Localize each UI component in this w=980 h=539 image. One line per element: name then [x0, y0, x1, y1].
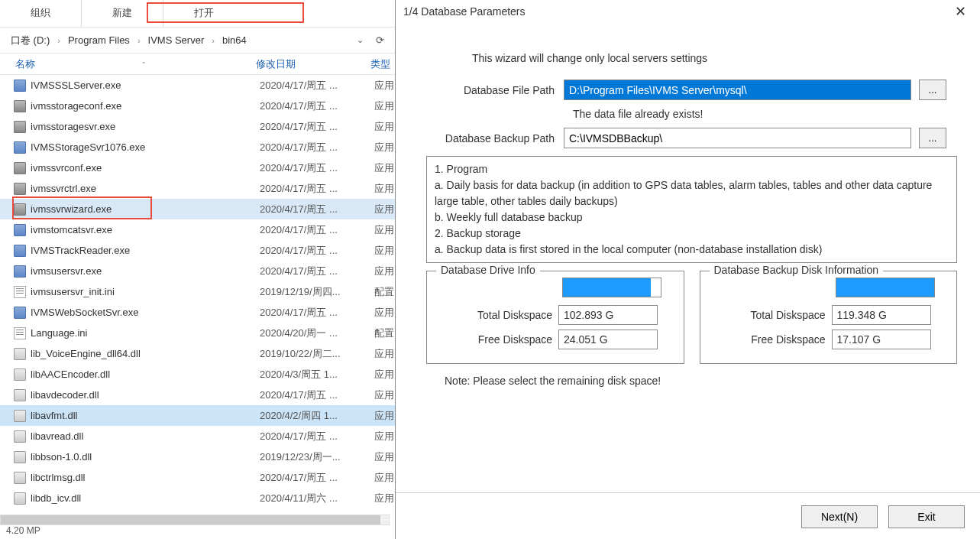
drive-total-value: 102.893 G: [558, 305, 658, 325]
browse-db-path-button[interactable]: ...: [919, 80, 946, 100]
refresh-icon[interactable]: ⟳: [371, 34, 389, 46]
sort-arrow-icon: ˄: [142, 61, 146, 69]
breadcrumb-dropdown-icon[interactable]: ⌄: [352, 35, 368, 45]
backup-path-label: Database Backup Path: [426, 132, 564, 144]
file-row[interactable]: ivmssvrconf.exe2020/4/17/周五 ...应用: [0, 157, 395, 178]
crumb-drive[interactable]: 口卷 (D:): [6, 32, 54, 49]
file-row[interactable]: ivmssvrwizard.exe2020/4/17/周五 ...应用: [0, 199, 395, 219]
file-name: ivmsusersvr.exe: [31, 265, 260, 277]
db-path-label: Database File Path: [426, 84, 564, 96]
file-row[interactable]: ivmsusersvr_init.ini2019/12/19/周四...配置: [0, 281, 395, 302]
total-diskspace-label: Total Diskspace: [436, 309, 558, 321]
file-row[interactable]: IVMSStorageSvr1076.exe2020/4/17/周五 ...应用: [0, 137, 395, 157]
exit-button[interactable]: Exit: [888, 505, 965, 528]
exe2-file-icon: [14, 203, 26, 216]
file-row[interactable]: libavread.dll2020/4/17/周五 ...应用: [0, 426, 395, 446]
dll-file-icon: [14, 348, 26, 360]
file-type: 应用: [374, 409, 394, 423]
backup-path-input[interactable]: [564, 128, 911, 148]
file-row[interactable]: libbson-1.0.dll2019/12/23/周一...应用: [0, 446, 395, 467]
crumb-ivms-server[interactable]: IVMS Server: [144, 33, 209, 47]
file-type: 应用: [374, 79, 394, 93]
file-row[interactable]: ivmssvrctrl.exe2020/4/17/周五 ...应用: [0, 178, 395, 199]
free-diskspace-label: Free Diskspace: [710, 333, 832, 346]
backup-free-value: 17.107 G: [832, 330, 931, 349]
file-date: 2020/4/17/周五 ...: [260, 182, 374, 196]
file-type: 应用: [374, 430, 394, 443]
tab-organize[interactable]: 组织: [0, 0, 82, 27]
drive-info-legend: Database Drive Info: [436, 264, 540, 276]
ini-file-icon: [14, 286, 26, 298]
exe2-file-icon: [14, 162, 26, 174]
file-date: 2020/4/17/周五 ...: [260, 223, 374, 237]
column-date[interactable]: 修改日期: [256, 57, 370, 71]
file-row[interactable]: ivmsstoragesvr.exe2020/4/17/周五 ...应用: [0, 116, 395, 137]
column-name[interactable]: 名称˄: [0, 57, 256, 71]
crumb-program-files[interactable]: Program Files: [63, 33, 134, 47]
free-diskspace-label: Free Diskspace: [436, 333, 558, 346]
scroll-thumb[interactable]: [1, 515, 380, 524]
file-row[interactable]: IVMSSSLServer.exe2020/4/17/周五 ...应用: [0, 75, 395, 96]
file-row[interactable]: libavdecoder.dll2020/4/17/周五 ...应用: [0, 385, 395, 405]
column-type[interactable]: 类型: [370, 57, 390, 71]
exe-file-icon: [14, 80, 26, 92]
file-row[interactable]: IVMSWebSocketSvr.exe2020/4/17/周五 ...应用: [0, 302, 395, 323]
file-name: ivmssvrconf.exe: [31, 162, 260, 174]
file-row[interactable]: ivmstomcatsvr.exe2020/4/17/周五 ...应用: [0, 219, 395, 240]
horizontal-scrollbar[interactable]: [0, 515, 390, 525]
file-row[interactable]: libctrlmsg.dll2020/4/17/周五 ...应用: [0, 467, 395, 488]
file-row[interactable]: ivmsusersvr.exe2020/4/17/周五 ...应用: [0, 261, 395, 281]
file-type: 应用: [374, 450, 394, 464]
file-type: 配置: [374, 285, 394, 299]
file-type: 应用: [374, 99, 394, 113]
backup-usage-bar: [836, 278, 935, 297]
status-bar: 4.20 MP: [6, 525, 40, 539]
dialog-title: 1/4 Database Parameters: [403, 5, 526, 18]
file-date: 2019/10/22/周二...: [260, 347, 374, 361]
total-diskspace-label: Total Diskspace: [710, 309, 832, 321]
breadcrumb[interactable]: 口卷 (D:) › Program Files › IVMS Server › …: [0, 28, 395, 54]
file-row[interactable]: ivmsstorageconf.exe2020/4/17/周五 ...应用: [0, 96, 395, 116]
file-row[interactable]: IVMSTrackReader.exe2020/4/17/周五 ...应用: [0, 240, 395, 261]
file-date: 2020/4/17/周五 ...: [260, 99, 374, 113]
next-button[interactable]: Next(N): [801, 505, 878, 528]
exe2-file-icon: [14, 121, 26, 133]
chevron-icon: ›: [137, 36, 141, 45]
browse-backup-path-button[interactable]: ...: [919, 128, 946, 148]
file-list[interactable]: IVMSSSLServer.exe2020/4/17/周五 ...应用ivmss…: [0, 75, 395, 534]
file-name: ivmsstoragesvr.exe: [31, 121, 260, 132]
file-row[interactable]: libdb_icv.dll2020/4/11/周六 ...应用: [0, 488, 395, 508]
file-row[interactable]: libavfmt.dll2020/4/2/周四 1...应用: [0, 405, 395, 426]
info-box: 1. Program a. Daily basis for data backu…: [426, 156, 957, 263]
file-name: ivmstomcatsvr.exe: [31, 224, 260, 235]
file-date: 2020/4/20/周一 ...: [260, 326, 374, 340]
wizard-dialog: 1/4 Database Parameters ✕ This wizard wi…: [395, 0, 980, 539]
file-name: libctrlmsg.dll: [31, 472, 260, 483]
file-type: 应用: [374, 492, 394, 505]
file-type: 应用: [374, 223, 394, 237]
file-name: libbson-1.0.dll: [31, 451, 260, 463]
file-date: 2020/4/17/周五 ...: [260, 430, 374, 443]
file-date: 2020/4/11/周六 ...: [260, 492, 374, 505]
file-name: ivmsstorageconf.exe: [31, 100, 260, 112]
file-date: 2020/4/17/周五 ...: [260, 141, 374, 154]
close-icon[interactable]: ✕: [949, 3, 972, 20]
db-path-input[interactable]: [564, 80, 911, 100]
crumb-bin64[interactable]: bin64: [218, 33, 251, 47]
file-type: 应用: [374, 347, 394, 361]
file-type: 应用: [374, 182, 394, 196]
file-date: 2020/4/17/周五 ...: [260, 203, 374, 216]
intro-text: This wizard will change only local serve…: [472, 52, 957, 64]
file-row[interactable]: Language.ini2020/4/20/周一 ...配置: [0, 323, 395, 343]
tab-open[interactable]: 打开: [163, 0, 244, 27]
tab-new[interactable]: 新建: [82, 0, 163, 27]
file-date: 2020/4/17/周五 ...: [260, 120, 374, 134]
exe-file-icon: [14, 265, 26, 278]
ribbon-tabs: 组织 新建 打开: [0, 0, 395, 28]
file-name: IVMSSSLServer.exe: [31, 80, 260, 91]
file-name: libavread.dll: [31, 430, 260, 442]
file-row[interactable]: libAACEncoder.dll2020/4/3/周五 1...应用: [0, 364, 395, 385]
file-name: libavdecoder.dll: [31, 389, 260, 401]
file-row[interactable]: lib_VoiceEngine_dll64.dll2019/10/22/周二..…: [0, 343, 395, 364]
file-date: 2020/4/17/周五 ...: [260, 265, 374, 278]
